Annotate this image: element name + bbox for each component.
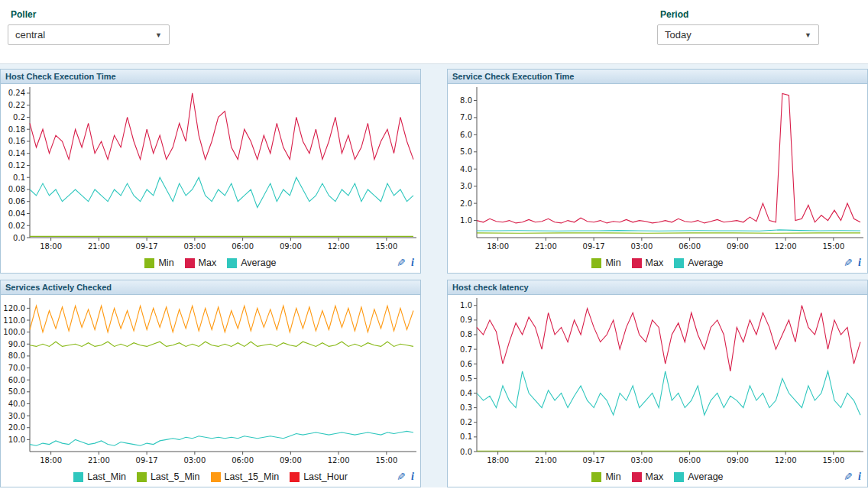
svg-text:4.0: 4.0	[460, 165, 472, 173]
svg-text:09-17: 09-17	[136, 242, 158, 251]
panel-host-check-execution-time: Host Check Execution Time 0.240.220.20.1…	[0, 69, 421, 274]
svg-text:21:00: 21:00	[535, 456, 557, 465]
svg-text:21:00: 21:00	[88, 456, 110, 465]
legend-label: Average	[688, 257, 723, 268]
svg-text:0.06: 0.06	[8, 197, 25, 206]
period-label: Period	[660, 9, 819, 20]
svg-text:18:00: 18:00	[40, 456, 62, 465]
svg-text:90.0: 90.0	[8, 340, 25, 348]
legend-swatch	[137, 472, 147, 482]
chevron-down-icon: ▼	[155, 31, 162, 39]
poller-label: Poller	[11, 9, 170, 20]
graph-info-icon[interactable]: i	[411, 257, 414, 269]
panel-services-actively-checked: Services Actively Checked 120.0110.0100.…	[0, 280, 421, 487]
legend-swatch	[591, 258, 601, 268]
legend-swatch	[632, 258, 642, 268]
host-check-execution-time-chart[interactable]: 0.240.220.20.180.160.140.120.10.080.060.…	[1, 84, 420, 253]
panel-title: Services Actively Checked	[5, 283, 112, 292]
chevron-down-icon: ▼	[805, 31, 811, 39]
legend-item-average: Average	[227, 257, 276, 268]
legend-label: Last_Hour	[303, 471, 348, 482]
svg-text:100.0: 100.0	[3, 328, 25, 336]
svg-text:06:00: 06:00	[232, 242, 254, 251]
svg-text:70.0: 70.0	[8, 364, 25, 372]
host-check-latency-chart[interactable]: 1.00.90.80.70.60.50.40.30.20.10.018:0021…	[448, 295, 867, 467]
legend-swatch	[591, 472, 601, 482]
chart-canvas: 120.0110.0100.090.080.070.060.050.040.03…	[1, 295, 420, 467]
footer-icons: ✎ i	[397, 253, 414, 273]
svg-text:0.2: 0.2	[13, 113, 25, 121]
panel-footer: MinMaxAverage ✎ i	[1, 253, 420, 273]
edit-graph-icon[interactable]: ✎	[844, 257, 853, 269]
svg-text:0.0: 0.0	[13, 234, 25, 242]
svg-text:0.22: 0.22	[8, 101, 25, 109]
edit-graph-icon[interactable]: ✎	[397, 257, 406, 269]
svg-text:0.5: 0.5	[460, 374, 472, 383]
svg-text:2.0: 2.0	[460, 199, 472, 208]
svg-text:03:00: 03:00	[630, 456, 653, 465]
period-select[interactable]: Today ▼	[657, 24, 819, 45]
footer-icons: ✎ i	[844, 467, 861, 487]
svg-text:12:00: 12:00	[328, 242, 350, 251]
panel-footer: MinMaxAverage ✎ i	[448, 467, 867, 487]
legend-label: Max	[646, 471, 664, 482]
svg-text:03:00: 03:00	[630, 242, 653, 251]
legend-label: Max	[646, 257, 664, 268]
services-actively-checked-chart[interactable]: 120.0110.0100.090.080.070.060.050.040.03…	[1, 295, 420, 467]
legend-swatch	[144, 258, 154, 268]
graph-info-icon[interactable]: i	[411, 471, 414, 483]
panel-service-check-execution-time: Service Check Execution Time 8.07.06.05.…	[447, 69, 868, 274]
svg-text:0.24: 0.24	[8, 89, 25, 97]
svg-text:60.0: 60.0	[8, 376, 25, 384]
svg-text:50.0: 50.0	[8, 387, 25, 396]
svg-text:0.4: 0.4	[460, 389, 472, 397]
svg-text:0.1: 0.1	[13, 173, 25, 182]
svg-text:7.0: 7.0	[460, 113, 472, 121]
svg-text:12:00: 12:00	[328, 456, 350, 465]
legend: MinMaxAverage	[139, 257, 281, 268]
legend-label: Last_Min	[87, 471, 126, 482]
filter-bar: Poller central ▼ Period Today ▼	[0, 0, 868, 63]
edit-graph-icon[interactable]: ✎	[397, 471, 406, 483]
footer-icons: ✎ i	[397, 467, 414, 487]
panel-footer: Last_MinLast_5_MinLast_15_MinLast_Hour ✎…	[1, 467, 420, 487]
legend: MinMaxAverage	[586, 471, 728, 482]
svg-text:09-17: 09-17	[583, 242, 605, 251]
chart-canvas: 1.00.90.80.70.60.50.40.30.20.10.018:0021…	[448, 295, 867, 467]
legend-label: Min	[605, 257, 620, 268]
legend-swatch	[227, 258, 237, 268]
svg-text:0.1: 0.1	[460, 432, 472, 441]
graph-info-icon[interactable]: i	[858, 257, 861, 269]
svg-text:5.0: 5.0	[460, 147, 472, 156]
legend-item-last_min: Last_Min	[73, 471, 126, 482]
graph-info-icon[interactable]: i	[858, 471, 861, 483]
poller-control: Poller central ▼	[8, 9, 170, 45]
svg-text:12:00: 12:00	[775, 242, 797, 251]
legend-swatch	[674, 472, 684, 482]
svg-text:09-17: 09-17	[583, 456, 605, 465]
svg-text:06:00: 06:00	[679, 456, 701, 465]
legend-item-last_hour: Last_Hour	[290, 471, 348, 482]
svg-text:15:00: 15:00	[822, 456, 844, 465]
panel-footer: MinMaxAverage ✎ i	[448, 253, 867, 273]
edit-graph-icon[interactable]: ✎	[844, 471, 853, 483]
period-select-value: Today	[665, 29, 691, 40]
legend-swatch	[185, 258, 195, 268]
svg-text:0.04: 0.04	[8, 209, 25, 218]
svg-text:09:00: 09:00	[727, 456, 749, 465]
legend-swatch	[632, 472, 642, 482]
panel-header: Service Check Execution Time	[448, 70, 867, 84]
svg-text:0.3: 0.3	[460, 403, 472, 412]
svg-text:0.9: 0.9	[460, 316, 472, 324]
legend-label: Last_15_Min	[225, 471, 280, 482]
svg-text:0.7: 0.7	[460, 345, 472, 354]
svg-text:12:00: 12:00	[775, 456, 797, 465]
svg-text:3.0: 3.0	[460, 182, 472, 190]
legend-label: Average	[688, 471, 723, 482]
poller-select[interactable]: central ▼	[8, 24, 170, 45]
legend-item-max: Max	[632, 257, 664, 268]
panel-header: Host check latency	[448, 280, 867, 295]
legend-item-average: Average	[674, 471, 723, 482]
service-check-execution-time-chart[interactable]: 8.07.06.05.04.03.02.01.018:0021:0009-170…	[448, 84, 867, 253]
svg-text:20.0: 20.0	[8, 423, 25, 432]
